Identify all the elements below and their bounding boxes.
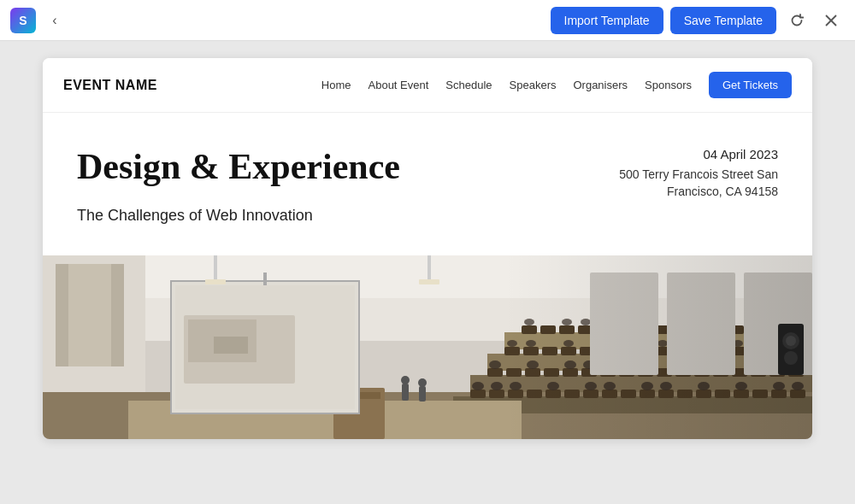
- event-brand: EVENT NAME: [63, 78, 157, 93]
- event-title: Design & Experience: [77, 147, 400, 186]
- event-location: 500 Terry Francois Street San Francisco,…: [619, 167, 778, 200]
- refresh-icon: [790, 14, 804, 27]
- event-date: 04 April 2023: [619, 147, 778, 161]
- event-nav-links: Home About Event Schedule Speakers Organ…: [321, 79, 692, 91]
- nav-sponsors[interactable]: Sponsors: [645, 79, 692, 91]
- nav-speakers[interactable]: Speakers: [510, 79, 557, 91]
- back-button[interactable]: ‹: [43, 9, 67, 32]
- event-date-location: 04 April 2023 500 Terry Francois Street …: [619, 147, 778, 200]
- import-template-button[interactable]: Import Template: [551, 7, 663, 34]
- event-subtitle: The Challenges of Web Innovation: [77, 207, 778, 225]
- main-area: EVENT NAME Home About Event Schedule Spe…: [0, 41, 855, 504]
- preview-card: EVENT NAME Home About Event Schedule Spe…: [43, 58, 812, 439]
- save-template-button[interactable]: Save Template: [670, 7, 776, 34]
- event-navbar: EVENT NAME Home About Event Schedule Spe…: [43, 58, 812, 113]
- lecture-hall-image: [43, 255, 812, 439]
- event-hero: Design & Experience 04 April 2023 500 Te…: [43, 113, 812, 255]
- event-hero-top: Design & Experience 04 April 2023 500 Te…: [77, 147, 778, 200]
- close-button[interactable]: [817, 7, 845, 34]
- nav-home[interactable]: Home: [321, 79, 351, 91]
- nav-about[interactable]: About Event: [369, 79, 429, 91]
- event-image: [43, 255, 812, 439]
- nav-schedule[interactable]: Schedule: [445, 79, 492, 91]
- app-logo: S: [10, 8, 36, 33]
- refresh-button[interactable]: [783, 7, 811, 34]
- nav-organisers[interactable]: Organisers: [573, 79, 628, 91]
- close-icon: [825, 15, 837, 26]
- get-tickets-button[interactable]: Get Tickets: [709, 72, 792, 98]
- toolbar: S ‹ Import Template Save Template: [0, 0, 855, 41]
- svg-rect-146: [43, 255, 812, 439]
